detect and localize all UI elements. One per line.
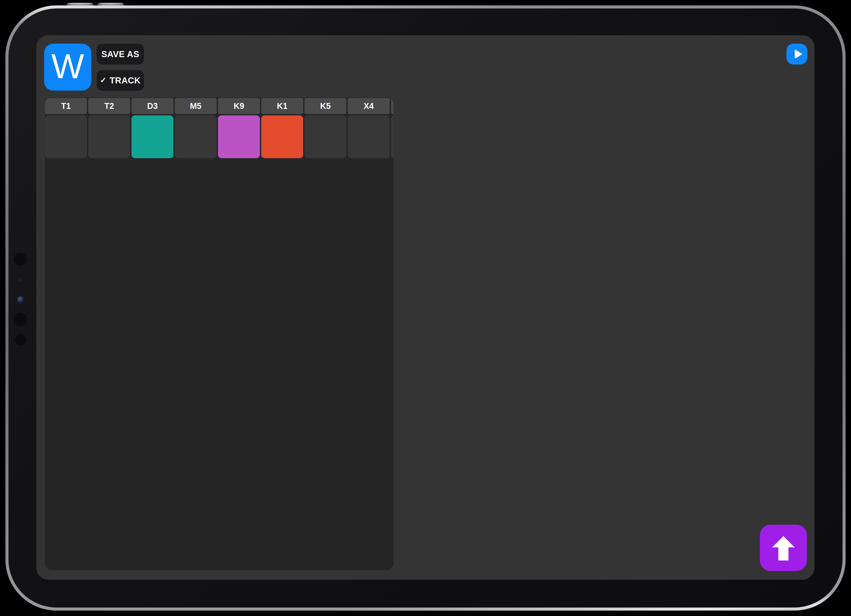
grid-step-m5[interactable] [175,116,217,158]
front-sensor-icon [14,313,27,326]
save-as-button[interactable]: SAVE AS [97,44,144,65]
grid-header-t1[interactable]: T1 [45,98,87,114]
check-icon: ✓ [100,76,107,85]
app-screen: W SAVE AS ✓ TRACK T1T2D3M5K9K1K5X4 [36,35,815,580]
grid-step-k5[interactable] [304,116,346,158]
grid-header-k9[interactable]: K9 [218,98,260,114]
grid-step-row [45,116,394,158]
tablet-frame: W SAVE AS ✓ TRACK T1T2D3M5K9K1K5X4 [5,5,846,611]
grid-header-k1[interactable]: K1 [261,98,303,114]
grid-step-overflow[interactable] [391,116,394,158]
grid-step-d3[interactable] [131,116,173,158]
front-sensor-icon [14,253,27,266]
grid-step-t1[interactable] [45,116,87,158]
play-icon [792,48,803,60]
track-toggle-button[interactable]: ✓ TRACK [97,70,144,91]
grid-header-row: T1T2D3M5K9K1K5X4 [45,98,394,114]
grid-header-x4[interactable]: X4 [348,98,389,114]
tablet-bezel: W SAVE AS ✓ TRACK T1T2D3M5K9K1K5X4 [9,9,842,607]
front-sensor-icon [15,334,26,346]
grid-step-x4[interactable] [348,116,389,158]
grid-step-k1[interactable] [261,116,303,158]
upload-arrow-icon [768,534,798,562]
app-logo[interactable]: W [44,44,91,91]
grid-header-k5[interactable]: K5 [304,98,346,114]
grid-step-t2[interactable] [88,116,130,158]
track-label: TRACK [110,76,141,86]
app-logo-letter: W [51,49,84,84]
grid-header-t2[interactable]: T2 [88,98,130,114]
sequencer-panel: T1T2D3M5K9K1K5X4 [45,98,394,570]
grid-header-overflow[interactable] [391,98,394,114]
grid-header-m5[interactable]: M5 [175,98,217,114]
upload-button[interactable] [760,525,807,571]
grid-step-k9[interactable] [218,116,260,158]
microphone-dot-icon [20,279,22,281]
front-camera-lens-icon [17,296,24,303]
play-button[interactable] [786,44,807,65]
grid-header-d3[interactable]: D3 [131,98,173,114]
